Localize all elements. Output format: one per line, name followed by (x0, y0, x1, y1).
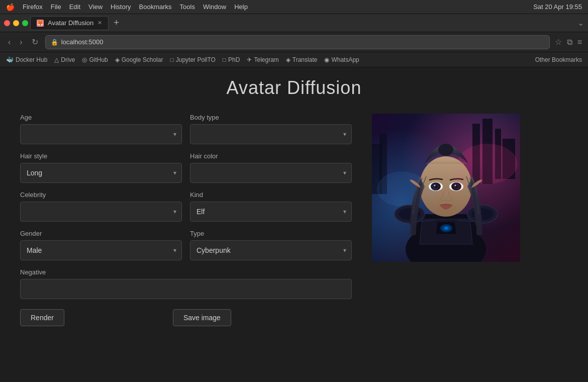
celebrity-group: Celebrity None ▾ (20, 191, 182, 222)
celebrity-select-wrapper[interactable]: None ▾ (20, 202, 182, 222)
bookmark-phd[interactable]: □ PhD (223, 56, 240, 63)
github-icon: ◎ (82, 56, 87, 63)
menu-view[interactable]: View (88, 3, 103, 11)
page-title: Avatar Diffusion (20, 77, 568, 99)
body-type-group: Body type Slim Athletic Average Heavy ▾ (190, 114, 352, 144)
bookmark-scholar[interactable]: ◈ Google Scholar (115, 56, 163, 63)
traffic-lights (4, 20, 28, 26)
bookmarks-bar: 🐳 Docker Hub △ Drive ◎ GitHub ◈ Google S… (0, 52, 588, 67)
whatsapp-icon: ◉ (324, 56, 329, 63)
menu-bookmarks[interactable]: Bookmarks (139, 3, 172, 11)
body-type-select[interactable]: Slim Athletic Average Heavy (190, 125, 351, 144)
bookmark-github[interactable]: ◎ GitHub (82, 56, 108, 63)
address-bar: ‹ › ↻ 🔒 localhost:5000 ☆ ⧉ ≡ (0, 32, 588, 52)
type-label: Type (190, 230, 352, 237)
url-bar[interactable]: 🔒 localhost:5000 (45, 35, 550, 49)
bookmark-jupyter[interactable]: □ Jupyter PollTO (170, 56, 215, 63)
bookmark-label: Docker Hub (16, 56, 47, 63)
overflow-menu-icon[interactable]: ≡ (577, 38, 582, 47)
telegram-icon: ✈ (247, 56, 252, 63)
age-group: Age 18-25 26-35 36-50 50+ ▾ (20, 114, 182, 144)
gender-group: Gender Male Female Non-binary ▾ (20, 230, 182, 260)
address-bar-actions: ☆ ⧉ ≡ (555, 37, 582, 47)
sidebar-toggle[interactable]: ⌄ (577, 18, 584, 28)
age-select[interactable]: 18-25 26-35 36-50 50+ (21, 125, 181, 144)
type-group: Type Cyberpunk Fantasy Sci-fi Medieval ▾ (190, 230, 352, 260)
type-select-wrapper[interactable]: Cyberpunk Fantasy Sci-fi Medieval ▾ (190, 240, 352, 260)
negative-group: Negative (20, 268, 352, 299)
macos-bar: 🍎 Firefox File Edit View History Bookmar… (0, 0, 588, 14)
menu-file[interactable]: File (51, 3, 61, 11)
tab-title: Avatar Diffusion (48, 19, 93, 27)
bookmark-label: Other Bookmarks (535, 56, 582, 63)
negative-input[interactable] (20, 279, 352, 299)
celebrity-select[interactable]: None (21, 202, 181, 221)
bookmark-label: WhatsApp (331, 56, 359, 63)
jupyter-icon: □ (170, 56, 173, 63)
hair-style-group: Hair style Long Short Curly Bald ▾ (20, 152, 182, 183)
hair-style-select[interactable]: Long Short Curly Bald (21, 163, 181, 182)
new-tab-button[interactable]: + (111, 18, 122, 28)
maximize-window-button[interactable] (22, 20, 28, 26)
menu-window[interactable]: Window (203, 3, 226, 11)
menu-tools[interactable]: Tools (180, 3, 195, 11)
minimize-window-button[interactable] (13, 20, 19, 26)
avatar-area (372, 114, 520, 326)
forward-button[interactable]: › (18, 36, 24, 49)
button-row: Render Save image (20, 309, 352, 326)
scholar-icon: ◈ (115, 56, 120, 63)
body-type-select-wrapper[interactable]: Slim Athletic Average Heavy ▾ (190, 124, 352, 144)
bookmark-label: Jupyter PollTO (176, 56, 216, 63)
bookmark-label: Translate (292, 56, 318, 63)
bookmark-star-icon[interactable]: ☆ (555, 37, 562, 47)
bookmark-drive[interactable]: △ Drive (54, 56, 75, 63)
menu-firefox[interactable]: Firefox (23, 3, 43, 11)
age-select-wrapper[interactable]: 18-25 26-35 36-50 50+ ▾ (20, 124, 182, 144)
menu-history[interactable]: History (111, 3, 131, 11)
kind-label: Kind (190, 191, 352, 199)
age-label: Age (20, 114, 182, 121)
tab-close-button[interactable]: ✕ (97, 20, 102, 26)
hair-style-select-wrapper[interactable]: Long Short Curly Bald ▾ (20, 163, 182, 183)
extensions-icon[interactable]: ⧉ (567, 38, 572, 47)
bookmark-docker-hub[interactable]: 🐳 Docker Hub (6, 56, 47, 63)
save-image-button[interactable]: Save image (173, 309, 231, 326)
svg-point-22 (438, 144, 453, 156)
kind-select[interactable]: Elf Human Dwarf Orc (190, 202, 351, 221)
type-select[interactable]: Cyberpunk Fantasy Sci-fi Medieval (190, 241, 351, 260)
bookmark-translate[interactable]: ◈ Translate (286, 56, 318, 63)
render-button[interactable]: Render (20, 309, 64, 326)
bookmark-telegram[interactable]: ✈ Telegram (247, 56, 278, 63)
active-tab[interactable]: 🦊 Avatar Diffusion ✕ (30, 16, 109, 30)
hair-style-label: Hair style (20, 152, 182, 160)
apple-icon[interactable]: 🍎 (6, 3, 15, 11)
kind-select-wrapper[interactable]: Elf Human Dwarf Orc ▾ (190, 202, 352, 222)
other-bookmarks[interactable]: Other Bookmarks (535, 56, 582, 63)
bookmark-label: Google Scholar (122, 56, 163, 63)
bookmark-whatsapp[interactable]: ◉ WhatsApp (324, 56, 359, 63)
bookmark-label: PhD (228, 56, 240, 63)
bookmark-label: GitHub (89, 56, 108, 63)
body-type-label: Body type (190, 114, 352, 121)
svg-point-19 (444, 227, 448, 230)
gender-select-wrapper[interactable]: Male Female Non-binary ▾ (20, 240, 182, 260)
status-bar-right: Sat 20 Apr 19:55 (533, 3, 582, 11)
svg-point-33 (436, 204, 456, 212)
folder-icon: □ (223, 56, 226, 63)
bookmark-label: Drive (61, 56, 75, 63)
menu-help[interactable]: Help (234, 3, 248, 11)
hair-color-select[interactable]: Black Brown Blonde White (190, 163, 351, 182)
celebrity-label: Celebrity (20, 191, 182, 199)
menu-edit[interactable]: Edit (69, 3, 80, 11)
drive-icon: △ (54, 56, 59, 63)
back-button[interactable]: ‹ (6, 36, 13, 49)
menu-items: Firefox File Edit View History Bookmarks… (23, 3, 248, 11)
gender-select[interactable]: Male Female Non-binary (21, 241, 181, 260)
reload-button[interactable]: ↻ (30, 35, 40, 49)
tab-favicon: 🦊 (37, 20, 44, 27)
close-window-button[interactable] (4, 20, 10, 26)
hair-color-group: Hair color Black Brown Blonde White ▾ (190, 152, 352, 183)
svg-point-35 (425, 182, 437, 201)
form-layout: Age 18-25 26-35 36-50 50+ ▾ Bod (20, 114, 568, 326)
hair-color-select-wrapper[interactable]: Black Brown Blonde White ▾ (190, 163, 352, 183)
